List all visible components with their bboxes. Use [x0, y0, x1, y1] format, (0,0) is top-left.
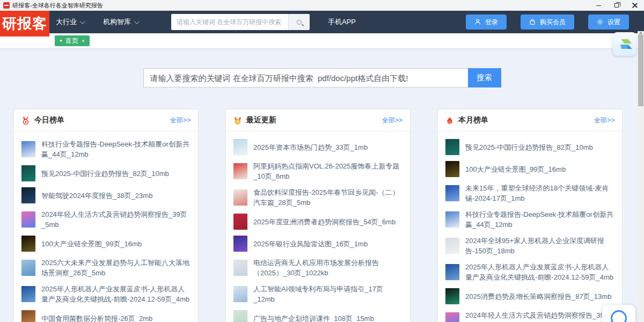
- vertical-scrollbar[interactable]: [638, 31, 644, 322]
- panel-title: 今日榜单: [34, 115, 64, 125]
- nav-search: [171, 14, 310, 30]
- report-thumbnail: [21, 260, 35, 276]
- settings-button[interactable]: 设置: [588, 14, 629, 30]
- report-list-item[interactable]: 电信运营商无人机应用市场发展分析报告（2025）_30页_1022kb: [233, 258, 402, 278]
- chevron-down-icon: [134, 19, 140, 24]
- chevron-down-icon: [80, 19, 85, 24]
- report-title: 2025年人形机器人产业发展蓝皮书-人形机器人量产及商业化关键挑战-前瞻-202…: [465, 262, 614, 282]
- report-title: 智能驾驶2024年度报告_38页_23mb: [41, 191, 152, 201]
- floating-shortcut-widget[interactable]: [613, 32, 636, 56]
- report-thumbnail: [21, 236, 35, 252]
- nav-search-button[interactable]: [288, 14, 310, 30]
- report-list-item[interactable]: 100大产业链全景图_99页_16mb: [445, 161, 614, 177]
- report-list-item[interactable]: 未来15年，重塑全球经济的18个关键领域-麦肯锡-2024-17页_1mb: [445, 183, 614, 203]
- service-ring-icon: [611, 310, 627, 322]
- report-list-item[interactable]: 2025六大未来产业发展趋势与人工智能八大落地场景洞察_26页_5mb: [21, 258, 191, 278]
- tab-active-dot-icon: ●: [60, 39, 62, 43]
- search-icon: [297, 20, 302, 25]
- panel-recent-updates: 最近更新全部>>2025年资本市场热门趋势_33页_1mb阿里妈妈热点指南VOL…: [225, 109, 411, 322]
- report-list-item[interactable]: 人工智能AI领域专利布局与申请指引_17页_12mb: [233, 284, 402, 304]
- report-title: 人工智能AI领域专利布局与申请指引_17页_12mb: [253, 284, 402, 304]
- nav-action-label: 购买会员: [540, 18, 566, 27]
- report-list-item[interactable]: 2025年资本市场热门趋势_33页_1mb: [233, 139, 402, 155]
- report-list: 2025年资本市场热门趋势_33页_1mb阿里妈妈热点指南VOL.26-2025…: [226, 131, 410, 322]
- scroll-up-icon[interactable]: [639, 32, 642, 34]
- report-list-item[interactable]: 中国食用菌数据分析简报-26页_2mb: [21, 310, 191, 322]
- report-title: 2025消费趋势及增长策略洞察报告_87页_13mb: [465, 291, 611, 302]
- customer-service-widget[interactable]: [602, 305, 635, 322]
- panel-more-link[interactable]: 全部>>: [594, 116, 614, 125]
- report-list-item[interactable]: 预见2025-中国行业趋势报告_82页_10mb: [21, 165, 191, 181]
- report-list-item[interactable]: 2024年全球95+家人形机器人企业深度调研报告-150页_18mb: [445, 236, 614, 256]
- tab-home[interactable]: ● 首页 ×: [55, 35, 90, 46]
- report-title: 中国食用菌数据分析简报-26页_2mb: [41, 313, 152, 322]
- nav-menu-industries[interactable]: 大行业: [56, 17, 84, 27]
- mobile-app-link[interactable]: 手机APP: [328, 17, 356, 27]
- report-title: 电信运营商无人机应用市场发展分析报告（2025）_30页_1022kb: [253, 258, 402, 278]
- report-title: 科技行业专题报告-DeepSeek-技术颠覆or创新共赢_44页_12mb: [41, 139, 191, 159]
- report-thumbnail: [233, 260, 247, 276]
- report-thumbnail: [445, 185, 459, 201]
- nav-menu-label: 机构智库: [103, 17, 131, 27]
- close-button[interactable]: [626, 0, 644, 11]
- tab-home-label: 首页: [65, 36, 78, 46]
- flame-icon: [445, 116, 454, 125]
- report-thumbnail: [233, 163, 247, 179]
- nav-menus: 大行业机构智库: [56, 17, 157, 27]
- report-list-item[interactable]: 预见2025-中国行业趋势报告_82页_10mb: [445, 139, 614, 155]
- hero-search-section: 搜索: [0, 48, 644, 87]
- window-titlebar: 研报客-全球各行各业智库研究报告: [0, 0, 644, 11]
- report-thumbnail: [445, 264, 459, 280]
- report-title: 食品饮料深度报告-2025年春节回乡见闻-（二）汽车篇_28页_5mb: [253, 187, 402, 208]
- report-thumbnail: [21, 141, 35, 157]
- report-thumbnail: [445, 312, 459, 322]
- main-navbar: 研报客 大行业机构智库 手机APP 登录购买会员设置: [0, 11, 644, 33]
- report-title: 2025年人形机器人产业发展蓝皮书-人形机器人量产及商业化关键挑战-前瞻-202…: [41, 284, 191, 304]
- hero-search-input[interactable]: [143, 68, 468, 87]
- login-button[interactable]: 登录: [466, 14, 507, 30]
- report-thumbnail: [445, 161, 459, 177]
- close-icon: [632, 3, 638, 8]
- app-favicon: [3, 2, 10, 9]
- panel-more-link[interactable]: 全部>>: [170, 116, 191, 125]
- tab-close-icon[interactable]: ×: [82, 38, 85, 44]
- report-title: 2025年资本市场热门趋势_33页_1mb: [253, 142, 368, 152]
- report-list-item[interactable]: 2024年轻人生活方式及营销趋势洞察报告_39页_5mb: [21, 209, 191, 230]
- panel-more-link[interactable]: 全部>>: [382, 116, 402, 125]
- minimize-icon: [596, 5, 601, 6]
- hero-search-button[interactable]: 搜索: [468, 68, 501, 87]
- panels: 今日榜单全部>>科技行业专题报告-DeepSeek-技术颠覆or创新共赢_44页…: [0, 109, 644, 322]
- panel-header: 最近更新全部>>: [226, 109, 410, 131]
- report-list-item[interactable]: 广告与地产企划培训课件_108页_15mb: [233, 310, 402, 322]
- nav-action-label: 登录: [485, 18, 498, 27]
- restore-button[interactable]: [608, 0, 626, 11]
- report-list-item[interactable]: 2025年度亚洲消费者趋势洞察报告_54页_6mb: [233, 214, 402, 230]
- report-list-item[interactable]: 100大产业链全景图_99页_16mb: [21, 236, 191, 252]
- report-list-item[interactable]: 阿里妈妈热点指南VOL.26-2025服饰春上新专题_10页_6mb: [233, 161, 402, 181]
- site-logo[interactable]: 研报客: [0, 11, 49, 36]
- report-thumbnail: [233, 139, 247, 155]
- report-thumbnail: [21, 310, 35, 322]
- report-list-item[interactable]: 智能驾驶2024年度报告_38页_23mb: [21, 187, 191, 203]
- nav-actions: 登录购买会员设置: [466, 14, 629, 30]
- report-title: 阿里妈妈热点指南VOL.26-2025服饰春上新专题_10页_6mb: [253, 161, 402, 181]
- report-list-item[interactable]: 2025消费趋势及增长策略洞察报告_87页_13mb: [445, 288, 614, 304]
- report-list-item[interactable]: 2025年人形机器人产业发展蓝皮书-人形机器人量产及商业化关键挑战-前瞻-202…: [21, 284, 191, 304]
- report-list-item[interactable]: 2025年银行业风险雷达图_16页_1mb: [233, 236, 402, 252]
- report-thumbnail: [21, 165, 35, 181]
- buy-membership-button[interactable]: 购买会员: [521, 14, 574, 30]
- nav-search-input[interactable]: [171, 14, 288, 30]
- report-list-item[interactable]: 食品饮料深度报告-2025年春节回乡见闻-（二）汽车篇_28页_5mb: [233, 187, 402, 208]
- report-list-item[interactable]: 2024年轻人生活方式及营销趋势洞察报告_39页_5mb: [445, 310, 614, 322]
- scrollbar-thumb[interactable]: [638, 34, 643, 106]
- report-title: 100大产业链全景图_99页_16mb: [41, 239, 142, 249]
- medal-red-icon: [21, 116, 30, 125]
- minimize-button[interactable]: [589, 0, 608, 11]
- nav-menu-think-tanks[interactable]: 机构智库: [103, 17, 138, 27]
- report-list-item[interactable]: 科技行业专题报告-DeepSeek-技术颠覆or创新共赢_44页_12mb: [445, 209, 614, 230]
- report-thumbnail: [233, 310, 247, 322]
- report-list-item[interactable]: 科技行业专题报告-DeepSeek-技术颠覆or创新共赢_44页_12mb: [21, 139, 191, 159]
- report-thumbnail: [445, 211, 459, 228]
- report-list-item[interactable]: 2025年人形机器人产业发展蓝皮书-人形机器人量产及商业化关键挑战-前瞻-202…: [445, 262, 614, 282]
- zigzag-logo-icon: [616, 35, 633, 53]
